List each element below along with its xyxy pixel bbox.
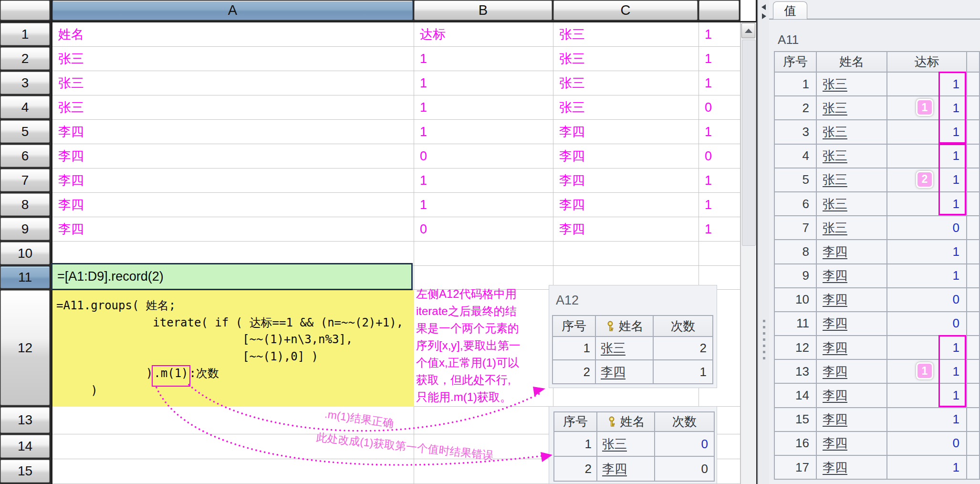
- row-header-11[interactable]: 11: [0, 266, 50, 288]
- name-link[interactable]: 张三: [823, 124, 847, 140]
- column-header-d[interactable]: [699, 0, 739, 20]
- cell-b10[interactable]: [414, 242, 553, 266]
- row-header-5[interactable]: 5: [0, 120, 50, 143]
- row-header-15[interactable]: 15: [0, 460, 50, 483]
- cell-b2[interactable]: 1: [414, 47, 553, 71]
- cell-d8[interactable]: 1: [699, 193, 740, 217]
- cell-b8[interactable]: 1: [414, 193, 553, 217]
- cell-c4[interactable]: 张三: [553, 95, 699, 120]
- name-link[interactable]: 张三: [601, 340, 626, 357]
- name-link[interactable]: 李四: [823, 315, 847, 332]
- cell-d5[interactable]: 1: [699, 120, 740, 144]
- cell-a2[interactable]: 张三: [52, 47, 414, 71]
- row-header-9[interactable]: 9: [0, 218, 50, 240]
- select-all-corner[interactable]: [0, 0, 50, 20]
- name-link[interactable]: 李四: [823, 243, 847, 260]
- vertical-scrollbar[interactable]: [740, 22, 756, 484]
- cell-b1[interactable]: 达标: [414, 22, 553, 47]
- cell-a3[interactable]: 张三: [52, 71, 414, 95]
- cell-c9[interactable]: 李四: [553, 217, 699, 242]
- name-link[interactable]: 张三: [823, 196, 847, 212]
- cell-b6[interactable]: 0: [414, 144, 553, 168]
- name-link[interactable]: 李四: [823, 435, 847, 452]
- splitter-collapse-right-icon[interactable]: [762, 13, 766, 19]
- cell-c1[interactable]: 张三: [553, 22, 699, 47]
- cell-b15[interactable]: [414, 459, 553, 484]
- name-link[interactable]: 李四: [823, 387, 847, 404]
- row-header-12[interactable]: 12: [0, 290, 50, 405]
- row-header-10[interactable]: 10: [0, 242, 50, 264]
- cell-d3[interactable]: 1: [699, 71, 740, 95]
- cell-b3[interactable]: 1: [414, 71, 553, 95]
- cell-d2[interactable]: 1: [699, 47, 740, 71]
- name-link[interactable]: 张三: [602, 436, 627, 452]
- cell-a5[interactable]: 李四: [52, 120, 414, 144]
- cell-d4[interactable]: 0: [699, 95, 740, 120]
- row-header-1[interactable]: 1: [0, 23, 50, 45]
- name-link[interactable]: 李四: [823, 411, 847, 428]
- name-link[interactable]: 李四: [823, 459, 847, 476]
- column-header-A[interactable]: A: [52, 0, 413, 20]
- row-header-6[interactable]: 6: [0, 145, 50, 167]
- cell-d9[interactable]: 1: [699, 217, 740, 242]
- name-link[interactable]: 李四: [823, 339, 847, 356]
- name-link[interactable]: 张三: [823, 220, 847, 236]
- cell-b7[interactable]: 1: [414, 168, 553, 193]
- cell-d10[interactable]: [699, 242, 740, 266]
- cell-c8[interactable]: 李四: [553, 193, 699, 217]
- cell-a4[interactable]: 张三: [52, 95, 414, 120]
- value-extra-cell: [967, 240, 980, 264]
- tab-value[interactable]: 值: [773, 1, 807, 19]
- name-link[interactable]: 张三: [823, 100, 847, 116]
- flag-value: 0: [887, 288, 967, 312]
- cell-b5[interactable]: 1: [414, 120, 553, 144]
- cell-c7[interactable]: 李四: [553, 168, 699, 193]
- grip-dot: [763, 320, 765, 322]
- cell-c5[interactable]: 李四: [553, 120, 699, 144]
- cell-c10[interactable]: [553, 242, 699, 266]
- cell-a6[interactable]: 李四: [52, 144, 414, 168]
- column-header-C[interactable]: C: [553, 0, 698, 20]
- row-header-13[interactable]: 13: [0, 407, 50, 433]
- name-link[interactable]: 李四: [601, 364, 626, 380]
- cell-a8[interactable]: 李四: [52, 193, 414, 217]
- cell-c2[interactable]: 张三: [553, 47, 699, 71]
- row-header-2[interactable]: 2: [0, 47, 50, 70]
- cell-d1[interactable]: 1: [699, 22, 740, 47]
- cell-b9[interactable]: 0: [414, 217, 553, 242]
- row-header-7[interactable]: 7: [0, 169, 50, 191]
- cell-a11-selected[interactable]: =[A1:D9].record(2): [51, 263, 413, 290]
- scrollbar-thumb[interactable]: [742, 40, 756, 246]
- column-header-B[interactable]: B: [414, 0, 552, 20]
- group-outline-box: [938, 72, 966, 144]
- cell-a7[interactable]: 李四: [52, 168, 414, 193]
- cell-c6[interactable]: 李四: [553, 144, 699, 168]
- splitter-collapse-left-icon[interactable]: [761, 4, 766, 10]
- scroll-up-button[interactable]: [741, 23, 755, 38]
- name-link[interactable]: 李四: [823, 291, 847, 308]
- panel-splitter[interactable]: [757, 0, 770, 484]
- cell-d6[interactable]: 0: [699, 144, 740, 168]
- cell-b13[interactable]: [414, 407, 553, 434]
- name-link[interactable]: 李四: [823, 363, 847, 380]
- cell-a15[interactable]: [52, 459, 414, 484]
- row-header-3[interactable]: 3: [0, 72, 50, 94]
- row-header-14[interactable]: 14: [0, 435, 50, 458]
- value-cell-ref: A11: [778, 32, 799, 47]
- cell-d7[interactable]: 1: [699, 168, 740, 193]
- name-link[interactable]: 张三: [823, 76, 847, 93]
- row-header-4[interactable]: 4: [0, 96, 50, 118]
- name-link[interactable]: 张三: [823, 147, 847, 164]
- row-header-8[interactable]: 8: [0, 193, 50, 216]
- cell-b4[interactable]: 1: [414, 95, 553, 120]
- cell-a12-code[interactable]: =A11.groups( 姓名; iterate( if ( 达标==1 && …: [52, 290, 414, 407]
- cell-c3[interactable]: 张三: [553, 71, 699, 95]
- cell-a10[interactable]: [52, 242, 414, 266]
- code-line: iterate( if ( 达标==1 && (n=~~(2)+1),: [56, 315, 403, 332]
- value-name-cell: 李四: [817, 240, 887, 264]
- name-link[interactable]: 张三: [823, 171, 847, 188]
- name-link[interactable]: 李四: [602, 461, 627, 477]
- cell-a1[interactable]: 姓名: [52, 22, 414, 47]
- cell-a9[interactable]: 李四: [52, 217, 414, 242]
- name-link[interactable]: 李四: [823, 267, 847, 284]
